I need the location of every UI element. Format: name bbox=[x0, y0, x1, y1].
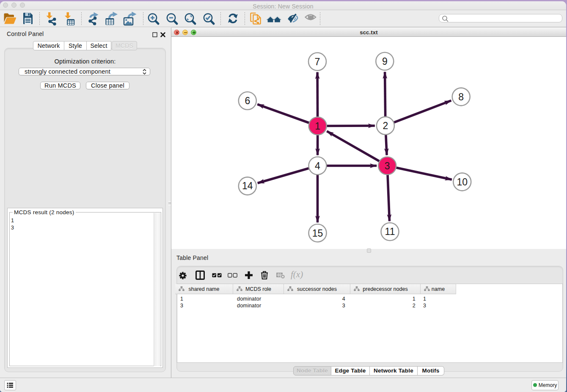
svg-text:2: 2 bbox=[383, 120, 388, 131]
svg-text:1: 1 bbox=[315, 121, 320, 132]
svg-text:10: 10 bbox=[457, 177, 468, 188]
svg-text:9: 9 bbox=[382, 56, 388, 67]
svg-text:14: 14 bbox=[242, 180, 253, 191]
svg-text:8: 8 bbox=[458, 91, 464, 102]
svg-text:15: 15 bbox=[312, 228, 323, 239]
svg-text:3: 3 bbox=[385, 160, 390, 171]
svg-text:4: 4 bbox=[315, 160, 320, 171]
svg-text:6: 6 bbox=[245, 95, 250, 106]
svg-text:7: 7 bbox=[315, 56, 320, 67]
svg-text:11: 11 bbox=[385, 226, 395, 237]
